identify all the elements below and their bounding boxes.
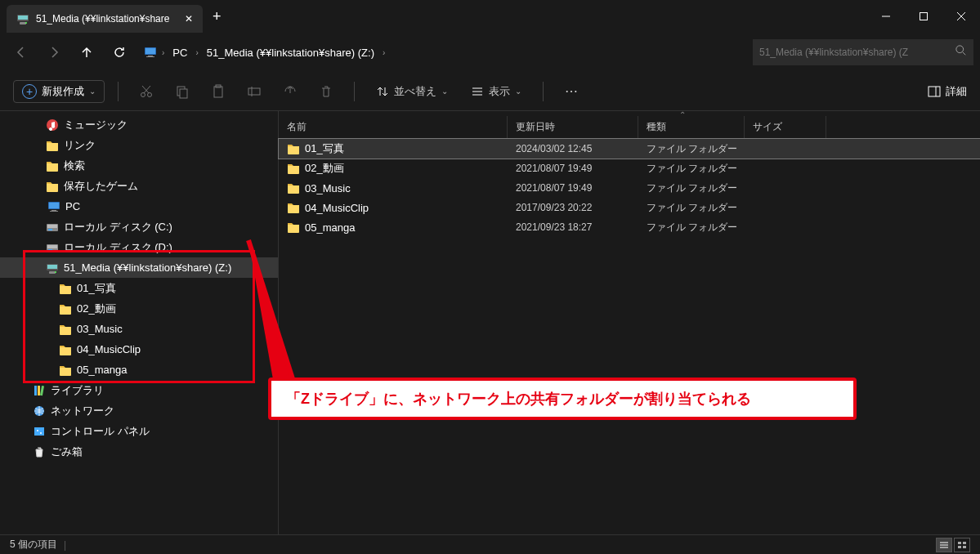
file-row[interactable]: 02_動画 2021/08/07 19:49 ファイル フォルダー — [279, 159, 980, 178]
sidebar-item-sub3[interactable]: 04_MusicClip — [0, 339, 278, 360]
svg-rect-12 — [920, 13, 928, 20]
folder-icon — [287, 181, 300, 194]
sidebar-item-link[interactable]: リンク — [0, 135, 278, 155]
sidebar-item-music[interactable]: ミュージック — [0, 114, 278, 135]
sidebar-item-sub4[interactable]: 05_manga — [0, 360, 278, 380]
up-button[interactable] — [72, 38, 101, 67]
file-type: ファイル フォルダー — [638, 181, 745, 195]
column-size[interactable]: サイズ — [745, 116, 826, 138]
svg-rect-44 — [963, 542, 966, 544]
sidebar-item-disk-c[interactable]: ローカル ディスク (C:) — [0, 217, 278, 237]
folder-icon — [59, 364, 72, 377]
titlebar: 51_Media (¥¥linkstation¥share ✕ + — [0, 0, 980, 33]
chevron-right-icon: › — [383, 48, 385, 57]
copy-button[interactable] — [168, 77, 197, 106]
svg-point-38 — [37, 430, 38, 431]
folder-icon — [59, 323, 72, 336]
pc-icon — [144, 46, 157, 59]
music-icon — [46, 118, 59, 132]
svg-point-15 — [956, 46, 964, 53]
sidebar-item-pc[interactable]: PC — [0, 196, 278, 217]
delete-button[interactable] — [311, 77, 341, 106]
file-name: 05_manga — [305, 221, 355, 234]
column-name[interactable]: 名前 — [279, 116, 508, 138]
detail-pane-button[interactable]: 詳細 — [928, 84, 967, 99]
plus-icon: + — [22, 84, 37, 99]
view-icons-button[interactable] — [954, 538, 970, 552]
sort-button[interactable]: 並べ替え ⌄ — [368, 77, 456, 106]
close-tab-icon[interactable]: ✕ — [185, 13, 193, 25]
column-date[interactable]: 更新日時 — [508, 116, 638, 138]
close-button[interactable] — [942, 0, 980, 33]
statusbar: 5 個の項目 | — [0, 534, 980, 554]
view-details-button[interactable] — [936, 538, 952, 552]
svg-point-17 — [141, 92, 145, 96]
sidebar-item-recycle[interactable]: ごみ箱 — [0, 441, 278, 462]
sidebar-item-library[interactable]: ライブラリ — [0, 380, 278, 400]
crumb-drive[interactable]: 51_Media (¥¥linkstation¥share) (Z:) — [204, 45, 378, 60]
crumb-pc[interactable]: PC — [169, 45, 190, 60]
file-date: 2021/09/23 18:27 — [508, 221, 638, 233]
sidebar-item-network[interactable]: ネットワーク — [0, 400, 278, 421]
recycle-icon — [33, 445, 46, 458]
sidebar-item-netdrive[interactable]: 51_Media (¥¥linkstation¥share) (Z:) — [0, 257, 278, 278]
sidebar-item-sub0[interactable]: 01_写真 — [0, 278, 278, 298]
minimize-button[interactable] — [867, 0, 905, 33]
svg-rect-22 — [180, 89, 187, 98]
forward-button[interactable] — [39, 38, 69, 67]
rename-button[interactable] — [239, 77, 269, 106]
sidebar-item-search[interactable]: 検索 — [0, 155, 278, 176]
search-icon[interactable] — [955, 45, 967, 60]
file-row[interactable]: 05_manga 2021/09/23 18:27 ファイル フォルダー — [279, 217, 980, 237]
svg-line-20 — [142, 86, 149, 93]
browser-tab[interactable]: 51_Media (¥¥linkstation¥share ✕ — [7, 5, 203, 33]
sidebar-item-disk-d[interactable]: ローカル ディスク (D:) — [0, 237, 278, 257]
netdrive-icon — [46, 261, 59, 275]
svg-rect-37 — [34, 427, 44, 436]
back-button[interactable] — [7, 38, 36, 67]
chevron-right-icon: › — [162, 48, 164, 57]
folder-icon — [46, 139, 59, 152]
refresh-button[interactable] — [105, 38, 134, 67]
column-type[interactable]: 種類 — [638, 116, 745, 138]
cut-button[interactable] — [132, 77, 161, 106]
disk-icon — [46, 241, 59, 254]
sidebar-item-sub1[interactable]: 02_動画 — [0, 298, 278, 319]
file-type: ファイル フォルダー — [638, 221, 745, 235]
folder-icon — [287, 201, 300, 214]
file-row[interactable]: 04_MusicClip 2017/09/23 20:22 ファイル フォルダー — [279, 198, 980, 217]
file-type: ファイル フォルダー — [638, 201, 745, 215]
folder-icon — [287, 142, 300, 155]
sidebar-item-sub2[interactable]: 03_Music — [0, 319, 278, 339]
maximize-button[interactable] — [905, 0, 942, 33]
new-label: 新規作成 — [42, 84, 84, 99]
folder-icon — [46, 159, 59, 172]
svg-rect-33 — [34, 386, 37, 395]
sort-indicator-icon: ⌃ — [679, 110, 686, 119]
file-type: ファイル フォルダー — [638, 142, 745, 156]
file-name: 03_Music — [305, 182, 351, 194]
new-tab-button[interactable]: + — [203, 8, 231, 25]
file-date: 2021/08/07 19:49 — [508, 163, 638, 174]
sidebar-item-saved-games[interactable]: 保存したゲーム — [0, 176, 278, 196]
more-button[interactable]: ⋯ — [557, 77, 586, 106]
file-name: 04_MusicClip — [305, 202, 369, 214]
search-input[interactable] — [759, 47, 955, 58]
folder-icon — [59, 302, 72, 315]
share-button[interactable] — [275, 77, 305, 106]
svg-rect-23 — [214, 87, 222, 97]
netdrive-icon — [16, 12, 29, 25]
paste-button[interactable] — [204, 77, 233, 106]
file-row[interactable]: 03_Music 2021/08/07 19:49 ファイル フォルダー — [279, 178, 980, 198]
folder-icon — [59, 282, 72, 295]
breadcrumb[interactable]: › PC › 51_Media (¥¥linkstation¥share) (Z… — [137, 39, 750, 65]
search-box[interactable] — [753, 39, 973, 65]
file-date: 2021/08/07 19:49 — [508, 182, 638, 194]
view-button[interactable]: 表示 ⌄ — [463, 77, 530, 106]
file-row[interactable]: 01_写真 2024/03/02 12:45 ファイル フォルダー — [279, 139, 980, 159]
svg-point-39 — [40, 432, 42, 434]
disk-icon — [46, 221, 59, 234]
new-button[interactable]: + 新規作成 ⌄ — [13, 80, 105, 103]
file-name: 02_動画 — [305, 161, 344, 176]
sidebar-item-control-panel[interactable]: コントロール パネル — [0, 421, 278, 441]
